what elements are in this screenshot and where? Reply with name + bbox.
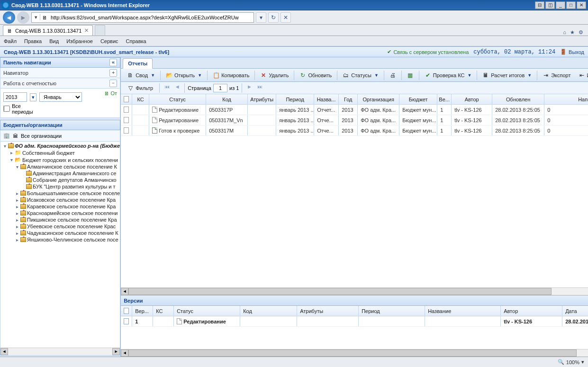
menu-edit[interactable]: Правка [24,38,42,44]
col-remind[interactable]: Напомин [544,94,588,104]
month-select[interactable]: Январь [39,92,82,102]
navigator-expand-button[interactable]: + [109,69,117,77]
tree-item[interactable]: Бюджет городских и сельских поселени [22,157,118,163]
export-button[interactable]: ⇥Экспорт [539,71,574,80]
col-author[interactable]: Автор [452,94,492,104]
version-row[interactable]: 1 Редактирование tlv - KS-126 28.02.2013… [121,316,588,327]
tree-item[interactable]: Алманчинское сельское поселение К [27,164,117,170]
all-periods-checkbox[interactable] [4,106,10,112]
page-first[interactable]: ⏮ [163,84,171,92]
col-name[interactable]: Назва... [314,94,339,104]
open-button[interactable]: 📂Открыть▼ [163,71,205,80]
menu-file[interactable]: Файл [4,38,17,44]
refresh-button-tb[interactable]: ↻Обновить [296,71,335,80]
org-tool-2[interactable]: 🏛 [13,133,18,139]
home-icon[interactable]: ⌂ [563,29,566,36]
versions-select-all[interactable] [124,308,129,314]
page-next[interactable]: ► [245,84,253,92]
col-status[interactable]: Статус [149,94,206,104]
tree-item[interactable]: Яншихово-Челлинское сельское посе [27,237,118,242]
version-checkbox[interactable] [124,318,129,324]
org-tree[interactable]: ▾ ФО адм. Красноармейского р-на (Бюдже ▸… [0,142,120,356]
vcol-period[interactable]: Период [359,306,425,316]
row-checkbox[interactable] [124,117,129,123]
tree-item[interactable]: Администрация Алманчинского се [33,170,117,176]
browser-tab-active[interactable]: 🗎 Свод-WEB 1.13.0301.13471 ✕ [3,25,93,36]
table-row[interactable]: Редактирование0503317М_Vnянварь 2013 ...… [121,115,588,125]
reporting-header[interactable]: Работа с отчетностью − [0,78,120,89]
col-code[interactable]: Код [206,94,248,104]
vcol-status[interactable]: Статус [174,306,240,316]
minimize-button[interactable]: _ [556,1,565,9]
address-bar[interactable]: ▾ 🗎 [31,12,254,23]
tree-item[interactable]: Собрание депутатов Алманчинско [33,177,117,183]
col-org[interactable]: Организация [358,94,399,104]
vcol-date[interactable]: Дата [562,306,588,316]
vcol-attrs[interactable]: Атрибуты [297,306,359,316]
col-ks[interactable]: КС [132,94,149,104]
tree-item[interactable]: Караевское сельское поселение Кра [27,204,116,209]
page-last[interactable]: ⏭ [255,84,264,92]
print-button[interactable]: 🖨 [386,71,399,80]
vcol-code[interactable]: Код [240,306,297,316]
nav-forward-button[interactable]: ► [17,11,29,24]
grid-hscrollbar[interactable]: ◄► [121,287,588,295]
row-checkbox[interactable] [124,127,129,134]
tree-item[interactable]: БУК "Центр развития культуры и т [33,184,116,189]
tree-item[interactable]: Пикшикское сельское поселение Кра [27,217,117,223]
vcol-ks[interactable]: КС [153,306,174,316]
delete-button[interactable]: ✕Удалить [257,71,292,80]
zoom-control[interactable]: 🔍100%▾ [558,359,584,365]
table-row[interactable]: Редактирование0503317Рянварь 2013 ...Отч… [121,105,588,115]
import-button[interactable]: ⇤Импорт [575,71,588,80]
versions-hscrollbar[interactable]: ◄► [121,349,588,357]
svod-button[interactable]: 🗎Свод▼ [124,71,158,80]
copy-button[interactable]: 📋Копировать [209,71,253,80]
tree-item[interactable]: Большешатьминское сельское поселе [27,190,120,196]
reporting-collapse-button[interactable]: − [109,80,117,87]
navigator-header[interactable]: Навигатор + [0,68,120,78]
menu-favorites[interactable]: Избранное [66,38,93,44]
menu-help[interactable]: Справка [126,38,146,44]
vcol-name[interactable]: Название [425,306,501,316]
url-dropdown-btn[interactable]: ▾ [256,12,266,23]
exit-button[interactable]: 🚪Выход [560,49,584,55]
tools-icon[interactable]: ⚙ [579,29,583,36]
page-input[interactable] [213,84,227,92]
refresh-button[interactable]: ↻ [268,12,279,23]
all-orgs-link[interactable]: Все организации [21,133,62,139]
col-period[interactable]: Период [276,94,314,104]
vcol-ver[interactable]: Вер... [132,306,153,316]
filter-button[interactable]: ▽Фильтр [124,83,156,93]
win-layout-1[interactable]: ⊟ [535,1,544,9]
favorites-icon[interactable]: ★ [570,29,575,36]
table-row[interactable]: Готов к проверке0503317Мянварь 2013 ...О… [121,125,588,136]
win-layout-2[interactable]: ◫ [545,1,555,9]
year-spinner[interactable]: ▾ [30,93,36,101]
select-all-checkbox[interactable] [124,96,129,102]
page-prev[interactable]: ◄ [173,84,181,92]
col-ver[interactable]: Ве... [437,94,452,104]
tree-item[interactable]: Собственный бюджет [22,150,75,156]
collapse-panel-button[interactable]: « [109,59,117,66]
statuses-button[interactable]: 🗂Статусы▼ [339,71,382,80]
row-checkbox[interactable] [124,107,129,113]
tree-root[interactable]: ФО адм. Красноармейского р-на (Бюдже [15,143,120,149]
col-year[interactable]: Год [339,94,358,104]
tree-item[interactable]: Чадукасинское сельское поселение К [27,230,118,236]
calc-button[interactable]: 🖩Расчет итогов▼ [479,71,535,80]
vcol-author[interactable]: Автор [501,306,562,316]
tree-item[interactable]: Исаковское сельское поселение Кра [27,197,116,203]
reports-shortcut-icon[interactable]: 🗎 От [104,90,118,96]
stop-button[interactable]: ✕ [280,12,291,23]
maximize-button[interactable]: □ [566,1,576,9]
reports-tab[interactable]: Отчеты [123,58,153,69]
close-button[interactable]: ✕ [577,1,586,9]
menu-service[interactable]: Сервис [100,38,118,44]
nav-back-button[interactable]: ◄ [3,11,15,24]
col-attrs[interactable]: Атрибуты [248,94,276,104]
excel-button[interactable]: ▦ [404,71,417,80]
tab-close-icon[interactable]: ✕ [84,27,89,34]
year-input[interactable] [3,92,27,102]
url-input[interactable] [49,15,253,20]
